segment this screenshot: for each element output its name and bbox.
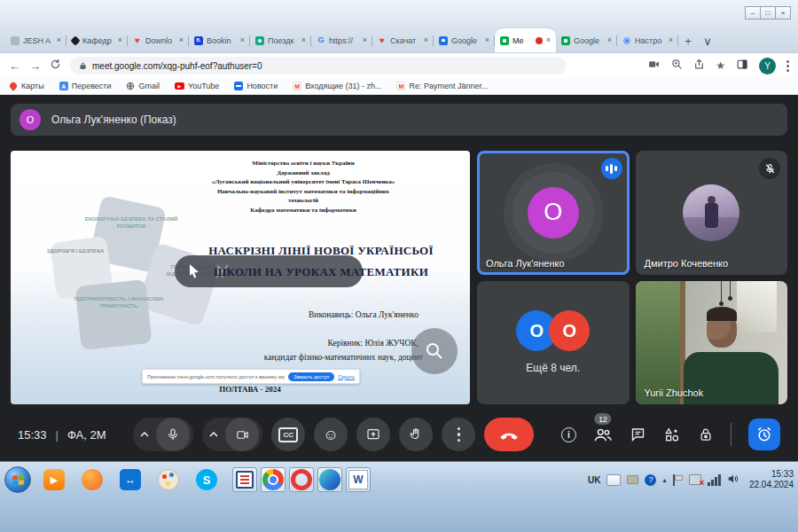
participants-button[interactable]: 12 xyxy=(593,426,613,442)
magnifier-icon xyxy=(424,340,445,362)
help-tray-icon[interactable]: ? xyxy=(645,474,656,486)
tab-downloads[interactable]: ♥ Downlo × xyxy=(128,28,189,52)
info-button[interactable]: i xyxy=(561,427,576,442)
keyboard-layout-icon[interactable] xyxy=(606,474,621,486)
language-indicator[interactable]: UK xyxy=(588,475,600,485)
bookmark-youtube[interactable]: ▶ YouTube xyxy=(175,82,219,90)
taskbar-media-player[interactable]: ▶ xyxy=(42,467,66,492)
tab-close-button[interactable]: × xyxy=(57,36,61,44)
tile-olha[interactable]: О Ольга Лук'яненко xyxy=(477,151,630,275)
leave-call-button[interactable] xyxy=(484,418,534,451)
bookmark-gmail[interactable]: Gmail xyxy=(126,82,160,90)
tab-close-button[interactable]: × xyxy=(118,36,122,44)
chat-button[interactable] xyxy=(630,426,646,442)
bookmark-news[interactable]: Новости xyxy=(234,82,278,90)
bookmarks-bar: Карты A Перевести Gmail ▶ YouTube Новост… xyxy=(0,78,798,95)
bookmark-maps[interactable]: Карты xyxy=(9,82,44,90)
tab-close-button[interactable]: × xyxy=(179,36,184,44)
tab-skachat[interactable]: ♥ Скачат × xyxy=(372,28,434,52)
maximize-button[interactable]: □ xyxy=(760,6,776,20)
camera-in-use-icon[interactable] xyxy=(647,58,661,74)
tab-close-button[interactable]: × xyxy=(607,36,612,44)
tab-close-button[interactable]: × xyxy=(363,36,367,44)
zoom-page-icon[interactable] xyxy=(671,58,683,74)
alarm-clock-icon xyxy=(755,426,773,443)
tab-google-search[interactable]: G https:// × xyxy=(311,28,372,52)
tab-overflow-chevron-icon[interactable]: ∨ xyxy=(698,31,717,51)
camera-options-chevron-icon[interactable] xyxy=(202,432,225,437)
participant-avatar: О xyxy=(528,187,579,239)
tab-close-button[interactable]: × xyxy=(669,36,673,44)
side-panel-icon[interactable] xyxy=(736,58,748,74)
network-error-icon[interactable]: × xyxy=(689,474,701,485)
bookmark-payment-mail[interactable]: M Re: Payment Jänner... xyxy=(396,82,488,90)
tab-close-button[interactable]: × xyxy=(424,36,428,44)
captions-button[interactable]: CC xyxy=(271,418,305,451)
profile-avatar[interactable]: Y xyxy=(759,58,776,74)
tile-yurii[interactable]: Yurii Zhuchok xyxy=(636,281,788,405)
taskbar-skype[interactable]: S xyxy=(194,467,219,492)
taskbar-paint[interactable] xyxy=(156,467,181,492)
tab-close-button[interactable]: × xyxy=(546,36,551,44)
bookmark-star-icon[interactable]: ★ xyxy=(716,59,725,72)
taskbar-word[interactable]: W xyxy=(346,467,371,492)
taskbar-teamviewer[interactable]: ↔ xyxy=(118,467,143,492)
word-icon: W xyxy=(348,470,368,489)
browser-menu-icon[interactable] xyxy=(786,60,789,72)
window-close-button[interactable]: × xyxy=(775,6,791,20)
tab-google-calendar[interactable]: Google × xyxy=(434,28,495,52)
activities-button[interactable] xyxy=(663,426,681,443)
tab-close-button[interactable]: × xyxy=(485,36,489,44)
host-controls-button[interactable] xyxy=(698,426,714,443)
tab-google-meet2[interactable]: Google × xyxy=(556,28,617,52)
forward-button[interactable]: → xyxy=(29,60,41,72)
tray-app-icon[interactable] xyxy=(627,475,638,484)
taskbar-floppy-app[interactable] xyxy=(232,467,257,492)
camera-button[interactable] xyxy=(225,418,259,451)
new-tab-button[interactable]: + xyxy=(678,31,698,51)
shared-presentation[interactable]: Міністерство освіти і науки України Держ… xyxy=(11,151,470,404)
tile-dmytro[interactable]: Дмитро Кочевенко xyxy=(636,151,788,275)
tab-booking[interactable]: B. Bookin × xyxy=(189,28,250,52)
action-center-flag-icon[interactable] xyxy=(672,474,683,486)
raise-hand-button[interactable] xyxy=(399,418,433,451)
tab-close-button[interactable]: × xyxy=(301,36,306,44)
taskbar-chrome[interactable] xyxy=(261,467,286,492)
hide-notice-link[interactable]: Скрыть xyxy=(338,374,355,379)
tile-more-participants[interactable]: О О Ещё 8 чел. xyxy=(477,281,630,405)
tab-jesh[interactable]: JESH A × xyxy=(5,28,66,52)
tab-travel[interactable]: Поездк × xyxy=(250,28,311,52)
share-icon[interactable] xyxy=(693,58,705,74)
bookmark-translate[interactable]: A Перевести xyxy=(59,82,112,90)
timer-extension-button[interactable] xyxy=(748,419,780,450)
taskbar-avast[interactable] xyxy=(80,467,105,492)
present-button[interactable] xyxy=(356,418,390,451)
tab-settings[interactable]: Настро × xyxy=(617,28,678,52)
signal-strength-icon[interactable] xyxy=(708,474,721,486)
more-options-button[interactable] xyxy=(442,418,475,451)
recording-indicator xyxy=(536,37,543,44)
stop-sharing-button[interactable]: Закрыть доступ xyxy=(288,372,334,381)
taskbar-edge[interactable] xyxy=(317,467,342,492)
tab-close-button[interactable]: × xyxy=(240,36,245,44)
reactions-button[interactable]: ☺ xyxy=(314,418,348,451)
tab-meet-active[interactable]: Ме × xyxy=(495,28,556,52)
back-button[interactable]: ← xyxy=(9,60,20,72)
mic-control[interactable] xyxy=(133,418,193,451)
bookmark-inbox[interactable]: M Входящие (31) - zh... xyxy=(293,82,381,90)
mic-options-chevron-icon[interactable] xyxy=(133,432,156,437)
start-button[interactable] xyxy=(4,466,31,493)
hidden-icons-chevron-icon[interactable]: ▴ xyxy=(662,476,666,484)
mic-button[interactable] xyxy=(156,418,190,451)
address-bar[interactable]: meet.google.com/xqg-puhf-eof?authuser=0 xyxy=(70,57,567,74)
tray-clock[interactable]: 15:33 22.04.2024 xyxy=(749,469,794,490)
tab-kafedra[interactable]: Кафедр × xyxy=(66,28,128,52)
minimize-button[interactable]: – xyxy=(745,6,761,20)
taskbar-opera[interactable] xyxy=(289,467,314,492)
slide-zoom-button[interactable] xyxy=(411,328,458,374)
camera-control[interactable] xyxy=(202,418,262,451)
institution-line: Міністерство освіти і науки України xyxy=(144,159,463,168)
volume-icon[interactable] xyxy=(727,472,739,488)
tab-label: Кафедр xyxy=(82,36,114,45)
reload-button[interactable] xyxy=(50,58,61,74)
